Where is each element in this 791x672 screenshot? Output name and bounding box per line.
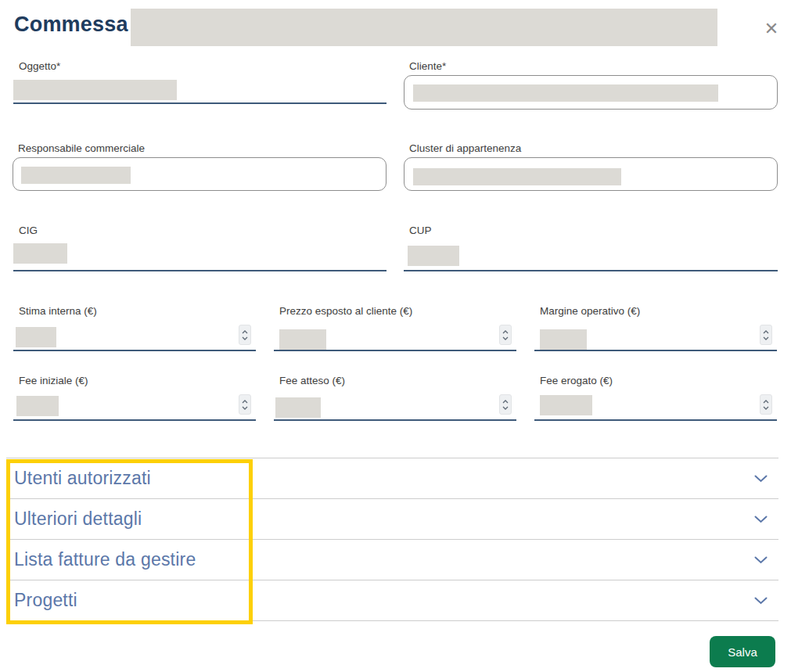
- accordion-title: Progetti: [14, 590, 77, 611]
- accordion-title: Ulteriori dettagli: [14, 508, 142, 530]
- field-label: Responsabile commerciale: [13, 142, 387, 154]
- field-label: Stima interna (€): [13, 305, 256, 317]
- redacted-value: [13, 243, 67, 264]
- spinner-up-icon: [502, 400, 509, 404]
- field-label: Fee erogato (€): [534, 375, 777, 386]
- chevron-down-icon[interactable]: [754, 516, 771, 523]
- number-spinner[interactable]: [499, 394, 512, 415]
- field-fee-atteso: Fee atteso (€): [274, 375, 516, 421]
- prezzo-esposto-input[interactable]: [274, 320, 516, 351]
- responsabile-commerciale-input[interactable]: [13, 157, 387, 191]
- field-label: Fee atteso (€): [274, 375, 516, 386]
- fee-erogato-input[interactable]: [534, 390, 777, 421]
- number-spinner[interactable]: [239, 325, 251, 345]
- field-margine-operativo: Margine operativo (€): [534, 305, 777, 351]
- cluster-di-appartenenza-input[interactable]: [404, 157, 778, 191]
- field-oggetto: Oggetto*: [13, 60, 387, 104]
- number-spinner[interactable]: [499, 325, 512, 345]
- accordion-utenti-autorizzati[interactable]: Utenti autorizzati: [6, 458, 778, 499]
- fee-iniziale-input[interactable]: [13, 390, 256, 421]
- redacted-value: [413, 84, 718, 102]
- number-spinner[interactable]: [760, 325, 772, 345]
- chevron-down-icon[interactable]: [754, 556, 771, 564]
- margine-operativo-input[interactable]: [534, 320, 777, 351]
- number-spinner[interactable]: [760, 394, 772, 415]
- stima-interna-input[interactable]: [13, 320, 256, 351]
- redacted-value: [279, 329, 326, 350]
- field-cig: CIG: [13, 225, 387, 271]
- redacted-value: [413, 168, 621, 185]
- redacted-value: [16, 396, 59, 416]
- accordion-title: Lista fatture da gestire: [14, 549, 196, 570]
- redacted-title-value: [131, 9, 717, 46]
- redacted-value: [21, 167, 131, 184]
- cig-input[interactable]: [13, 239, 387, 271]
- field-stima-interna: Stima interna (€): [13, 305, 256, 351]
- fee-atteso-input[interactable]: [274, 390, 516, 421]
- field-fee-erogato: Fee erogato (€): [534, 375, 777, 421]
- close-button[interactable]: ✕: [760, 18, 782, 40]
- spinner-up-icon: [242, 330, 248, 334]
- spinner-down-icon: [763, 406, 769, 410]
- field-label: Fee iniziale (€): [13, 375, 256, 386]
- spinner-up-icon: [242, 400, 248, 404]
- number-spinner[interactable]: [239, 394, 251, 415]
- oggetto-input[interactable]: [13, 75, 387, 104]
- cup-input[interactable]: [404, 239, 778, 271]
- accordion-lista-fatture-da-gestire[interactable]: Lista fatture da gestire: [6, 540, 778, 580]
- commessa-modal: Commessa - ✕ Oggetto* Cliente* Responsab…: [0, 0, 791, 672]
- field-prezzo-esposto: Prezzo esposto al cliente (€): [274, 305, 516, 351]
- accordion-sections: Utenti autorizzati Ulteriori dettagli Li…: [6, 458, 778, 621]
- field-label: CIG: [13, 225, 387, 236]
- page-title: Commessa -: [14, 13, 142, 37]
- redacted-value: [13, 80, 177, 100]
- accordion-ulteriori-dettagli[interactable]: Ulteriori dettagli: [6, 499, 778, 540]
- field-cluster-di-appartenenza: Cluster di appartenenza: [404, 142, 778, 191]
- field-fee-iniziale: Fee iniziale (€): [13, 375, 256, 421]
- field-label: CUP: [404, 225, 778, 236]
- cliente-input[interactable]: [404, 75, 778, 110]
- chevron-down-icon[interactable]: [754, 475, 771, 483]
- spinner-up-icon: [763, 400, 769, 404]
- redacted-value: [16, 327, 56, 347]
- close-icon: ✕: [764, 20, 778, 38]
- spinner-down-icon: [502, 336, 509, 340]
- spinner-down-icon: [242, 406, 248, 410]
- redacted-value: [540, 329, 587, 350]
- field-responsabile-commerciale: Responsabile commerciale: [13, 142, 387, 191]
- accordion-title: Utenti autorizzati: [14, 468, 151, 489]
- save-button[interactable]: Salva: [710, 636, 775, 667]
- spinner-down-icon: [763, 336, 769, 340]
- spinner-down-icon: [242, 336, 248, 340]
- field-label: Cluster di appartenenza: [404, 142, 778, 154]
- field-label: Prezzo esposto al cliente (€): [274, 305, 516, 317]
- field-label: Oggetto*: [13, 60, 387, 72]
- redacted-value: [408, 246, 459, 266]
- field-cup: CUP: [404, 225, 778, 271]
- redacted-value: [540, 395, 592, 415]
- redacted-value: [275, 397, 321, 418]
- chevron-down-icon[interactable]: [754, 597, 771, 605]
- spinner-up-icon: [502, 330, 509, 334]
- spinner-up-icon: [763, 330, 769, 334]
- field-label: Margine operativo (€): [534, 305, 777, 317]
- field-label: Cliente*: [404, 60, 778, 72]
- field-cliente: Cliente*: [404, 60, 778, 110]
- spinner-down-icon: [502, 406, 509, 410]
- accordion-progetti[interactable]: Progetti: [6, 580, 778, 621]
